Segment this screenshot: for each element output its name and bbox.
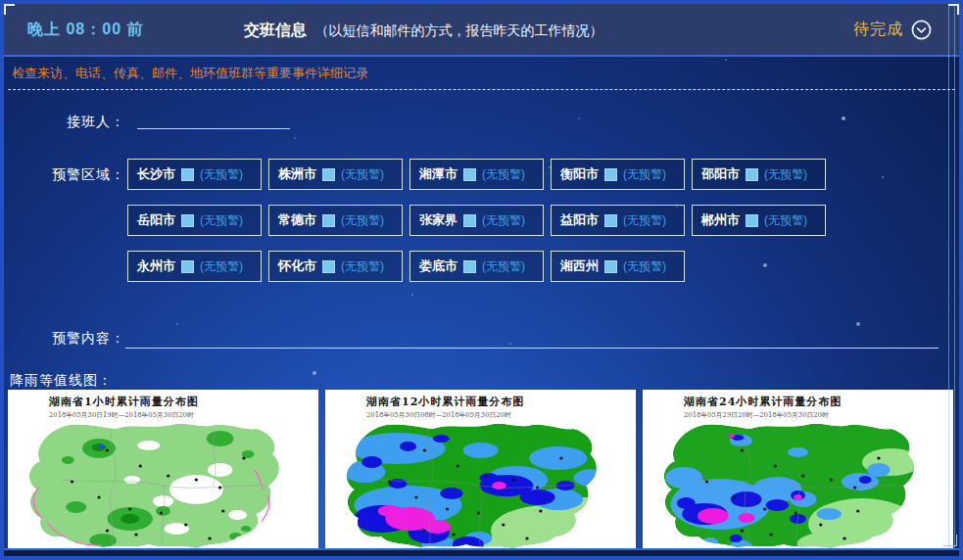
city-checkbox[interactable] — [604, 260, 617, 273]
city-box-xiangxi[interactable]: 湘西州 (无预警) — [551, 251, 685, 282]
dashed-divider — [8, 89, 955, 90]
city-row-3: 永州市 (无预警) 怀化市 (无预警) 娄底市 (无预警) 湘西州 (无预警) — [127, 251, 685, 282]
city-status: (无预警) — [200, 258, 243, 275]
map-subtitle-12h: 2018年05月30日08时—2018年05月30日20时 — [366, 410, 596, 419]
rain-map-label: 降雨等值线图： — [10, 372, 113, 390]
city-status: (无预警) — [341, 258, 384, 275]
city-name: 岳阳市 — [137, 211, 175, 229]
frame-line-right-outer — [954, 4, 955, 548]
city-checkbox[interactable] — [604, 214, 617, 227]
city-row-1: 长沙市 (无预警) 株洲市 (无预警) 湘潭市 (无预警) 衡阳市 (无预警) … — [127, 159, 826, 190]
city-name: 长沙市 — [137, 165, 175, 183]
city-status: (无预警) — [764, 166, 807, 183]
city-checkbox[interactable] — [322, 260, 335, 273]
status-badge: 待完成 — [853, 20, 932, 40]
city-name: 衡阳市 — [560, 165, 599, 183]
city-box-shaoyang[interactable]: 邵阳市 (无预警) — [692, 159, 826, 190]
warning-content-label: 预警内容： — [6, 330, 125, 348]
rain-map-image-24h — [643, 421, 953, 548]
footer-bar — [4, 548, 959, 556]
city-status: (无预警) — [764, 212, 807, 229]
header-bar: 晚上 08：00 前 交班信息 （以短信和邮件的方式，报告昨天的工作情况） 待完… — [4, 4, 959, 57]
city-name: 怀化市 — [278, 257, 316, 275]
chevron-down-circle-icon[interactable] — [911, 20, 932, 40]
warning-content-input[interactable] — [125, 323, 939, 349]
rain-map-row: 湖南省1小时累计雨量分布图 2018年05月30日19时—2018年05月30日… — [8, 390, 953, 548]
city-box-huaihua[interactable]: 怀化市 (无预警) — [268, 251, 403, 282]
page-subtitle: （以短信和邮件的方式，报告昨天的工作情况） — [314, 23, 602, 38]
city-checkbox[interactable] — [322, 168, 335, 181]
rain-map-panel-1h: 湖南省1小时累计雨量分布图 2018年05月30日19时—2018年05月30日… — [8, 390, 318, 548]
city-name: 株洲市 — [278, 165, 316, 183]
city-checkbox[interactable] — [463, 214, 476, 227]
receiver-input[interactable] — [137, 106, 290, 129]
map-title-24h: 湖南省24小时累计雨量分布图 — [684, 395, 953, 409]
city-checkbox[interactable] — [322, 214, 335, 227]
city-name: 湘西州 — [560, 257, 599, 275]
map-subtitle-24h: 2018年05月29日20时—2018年05月30日20时 — [684, 410, 913, 419]
city-name: 益阳市 — [560, 211, 599, 229]
city-status: (无预警) — [200, 212, 243, 229]
city-box-xiangtan[interactable]: 湘潭市 (无预警) — [409, 159, 544, 190]
city-name: 张家界 — [419, 211, 457, 229]
city-box-changsha[interactable]: 长沙市 (无预警) — [127, 159, 262, 190]
city-checkbox[interactable] — [463, 260, 476, 273]
rain-map-panel-12h: 湖南省12小时累计雨量分布图 2018年05月30日08时—2018年05月30… — [325, 390, 636, 548]
frame-corner-top-left — [4, 4, 15, 15]
rain-map-panel-24h: 湖南省24小时累计雨量分布图 2018年05月29日20时—2018年05月30… — [643, 390, 953, 548]
city-checkbox[interactable] — [181, 214, 194, 227]
notice-text: 检查来访、电话、传真、邮件、地环值班群等重要事件详细记录 — [12, 65, 368, 82]
city-status: (无预警) — [341, 212, 384, 229]
city-box-zhuzhou[interactable]: 株洲市 (无预警) — [268, 159, 403, 190]
city-name: 永州市 — [137, 257, 175, 275]
city-box-hengyang[interactable]: 衡阳市 (无预警) — [551, 159, 685, 190]
city-name: 湘潭市 — [419, 165, 457, 183]
page-title-group: 交班信息 （以短信和邮件的方式，报告昨天的工作情况） — [244, 21, 602, 41]
city-checkbox[interactable] — [746, 214, 758, 227]
map-subtitle-1h: 2018年05月30日19时—2018年05月30日20时 — [49, 410, 278, 419]
city-box-yueyang[interactable]: 岳阳市 (无预警) — [127, 205, 262, 236]
city-checkbox[interactable] — [463, 168, 476, 181]
city-box-yongzhou[interactable]: 永州市 (无预警) — [127, 251, 262, 282]
rain-map-image-12h — [325, 421, 636, 548]
rain-map-image-1h — [8, 421, 318, 548]
page-title: 交班信息 — [244, 22, 307, 38]
map-title-1h: 湖南省1小时累计雨量分布图 — [49, 395, 318, 409]
shift-handover-page: 晚上 08：00 前 交班信息 （以短信和邮件的方式，报告昨天的工作情况） 待完… — [0, 0, 963, 560]
city-checkbox[interactable] — [181, 260, 194, 273]
frame-line-right-inner — [948, 4, 949, 548]
city-box-changde[interactable]: 常德市 (无预警) — [268, 205, 403, 236]
city-status: (无预警) — [482, 166, 525, 183]
city-box-chenzhou[interactable]: 郴州市 (无预警) — [692, 205, 826, 236]
receiver-label: 接班人： — [6, 114, 125, 131]
frame-corner-bottom-right — [943, 535, 957, 546]
frame-corner-top-right — [948, 4, 959, 15]
city-checkbox[interactable] — [746, 168, 758, 181]
deadline-time-label: 晚上 08：00 前 — [27, 20, 143, 40]
city-name: 常德市 — [278, 211, 316, 229]
city-status: (无预警) — [200, 166, 243, 183]
city-row-2: 岳阳市 (无预警) 常德市 (无预警) 张家界 (无预警) 益阳市 (无预警) … — [127, 205, 826, 236]
city-status: (无预警) — [623, 258, 666, 275]
city-box-loudi[interactable]: 娄底市 (无预警) — [409, 251, 544, 282]
warning-area-label: 预警区域： — [6, 166, 125, 184]
status-label: 待完成 — [853, 20, 903, 40]
city-name: 郴州市 — [701, 211, 740, 229]
city-box-yiyang[interactable]: 益阳市 (无预警) — [551, 205, 685, 236]
city-checkbox[interactable] — [181, 168, 194, 181]
city-status: (无预警) — [341, 166, 384, 183]
city-checkbox[interactable] — [604, 168, 617, 181]
city-box-zhangjiajie[interactable]: 张家界 (无预警) — [409, 205, 544, 236]
city-status: (无预警) — [623, 212, 666, 229]
city-status: (无预警) — [482, 212, 525, 229]
city-name: 邵阳市 — [701, 165, 740, 183]
map-title-12h: 湖南省12小时累计雨量分布图 — [366, 395, 636, 409]
city-status: (无预警) — [623, 166, 666, 183]
city-status: (无预警) — [482, 258, 525, 275]
city-name: 娄底市 — [419, 257, 457, 275]
